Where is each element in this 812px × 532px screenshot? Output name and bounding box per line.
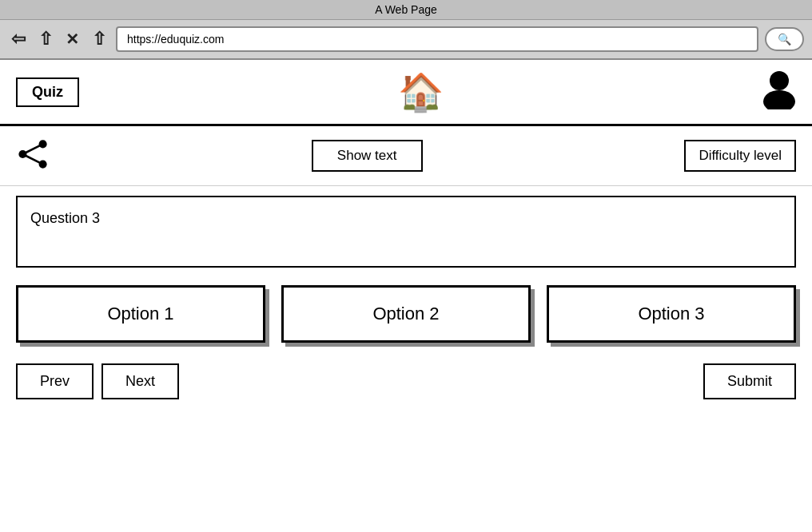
svg-point-1 xyxy=(763,90,795,109)
page-header: Quiz 🏠 xyxy=(0,60,812,126)
difficulty-button[interactable]: Difficulty level xyxy=(684,140,796,172)
share-icon[interactable] xyxy=(16,137,50,174)
toolbar-row: Show text Difficulty level xyxy=(0,126,812,186)
svg-point-2 xyxy=(39,140,47,148)
forward-button[interactable]: ⇧ xyxy=(35,29,56,50)
submit-button[interactable]: Submit xyxy=(703,363,796,399)
home-icon[interactable]: 🏠 xyxy=(398,73,444,110)
svg-line-6 xyxy=(22,154,42,165)
option-3-button[interactable]: Option 3 xyxy=(547,285,796,343)
search-icon: 🔍 xyxy=(778,33,791,46)
svg-line-5 xyxy=(22,144,42,154)
svg-point-0 xyxy=(770,71,789,90)
options-row: Option 1 Option 2 Option 3 xyxy=(0,277,812,351)
option-2-button[interactable]: Option 2 xyxy=(281,285,531,343)
address-bar[interactable] xyxy=(116,26,758,52)
navigation-row: Prev Next Submit xyxy=(0,355,812,407)
back-button[interactable]: ⇦ xyxy=(8,29,29,50)
question-text: Question 3 xyxy=(30,210,100,226)
question-box: Question 3 xyxy=(16,196,796,268)
svg-point-3 xyxy=(39,161,47,169)
browser-title: A Web Page xyxy=(375,3,437,16)
search-button[interactable]: 🔍 xyxy=(765,27,804,51)
browser-title-bar: A Web Page xyxy=(0,0,812,20)
page-content: Quiz 🏠 Show text Difficulty level Questi… xyxy=(0,60,812,407)
show-text-button[interactable]: Show text xyxy=(312,140,423,172)
close-button[interactable]: ✕ xyxy=(62,30,82,49)
next-button[interactable]: Next xyxy=(102,363,179,399)
nav-left-group: Prev Next xyxy=(16,363,179,399)
user-icon xyxy=(762,69,796,114)
browser-toolbar: ⇦ ⇧ ✕ ⇧ 🔍 xyxy=(0,20,812,60)
quiz-button[interactable]: Quiz xyxy=(16,77,79,107)
home-nav-button[interactable]: ⇧ xyxy=(89,29,109,50)
option-1-button[interactable]: Option 1 xyxy=(16,285,265,343)
prev-button[interactable]: Prev xyxy=(16,363,94,399)
